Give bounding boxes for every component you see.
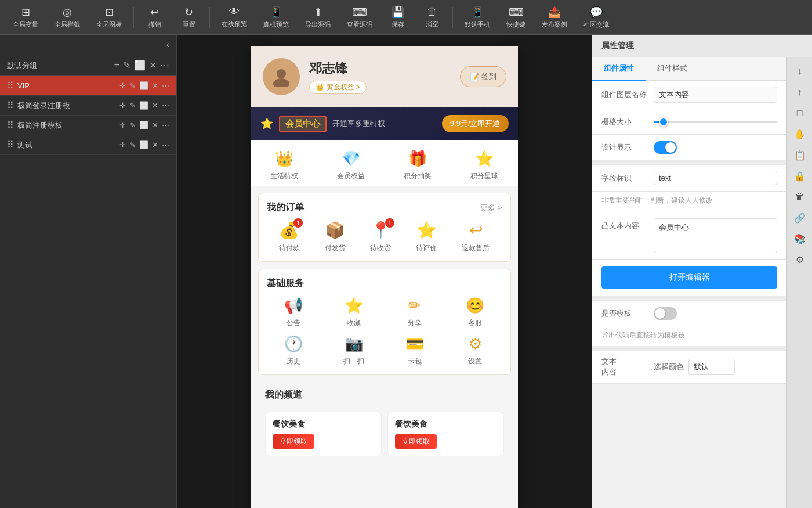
- tool-up[interactable]: ↑: [791, 83, 809, 102]
- toolbar-publish[interactable]: 📤 发布案例: [535, 3, 574, 31]
- text-content-input[interactable]: 会员中心: [654, 218, 777, 253]
- tool-square[interactable]: □: [791, 104, 809, 123]
- tool-copy[interactable]: 📋: [791, 146, 809, 164]
- toolbar-shortcut[interactable]: ⌨ 快捷键: [499, 3, 532, 31]
- channel-card-btn-1[interactable]: 立即领取: [273, 434, 314, 449]
- order-item-refund[interactable]: ↩ 退款售后: [462, 221, 490, 253]
- slider-thumb[interactable]: [659, 117, 668, 127]
- layer-more-2[interactable]: ⋯: [162, 101, 169, 110]
- sign-button[interactable]: 📝 签到: [460, 66, 506, 87]
- layer-edit-3[interactable]: ✎: [129, 121, 136, 129]
- order-item-ship[interactable]: 📦 付发货: [325, 221, 346, 253]
- order-item-receive[interactable]: 📍 1 待收货: [370, 221, 391, 253]
- layer-item-vip[interactable]: ⠿ VIP ✛ ✎ ⬜ ✕ ⋯: [0, 76, 176, 96]
- prop-text-content: 凸文本内容 会员中心: [592, 211, 786, 260]
- toolbar-default-phone[interactable]: 📱 默认手机: [458, 3, 497, 31]
- layer-move-handle-3[interactable]: ✛: [119, 121, 126, 129]
- toolbar-global-var[interactable]: ⊞ 全局变量: [6, 3, 45, 31]
- member-icon-life[interactable]: 👑 生活特权: [270, 150, 298, 181]
- toolbar-global-intercept[interactable]: ◎ 全局拦截: [48, 3, 87, 31]
- layer-delete[interactable]: ✕: [152, 81, 158, 90]
- member-icon-planet[interactable]: ⭐ 积分星球: [470, 150, 498, 181]
- channel-card-2[interactable]: 餐饮美食 立即领取: [387, 412, 504, 456]
- tool-down[interactable]: ↓: [791, 62, 809, 81]
- refund-label: 退款售后: [462, 243, 490, 253]
- prop-field-id: 字段标识 text: [592, 165, 786, 192]
- channel-card-btn-2[interactable]: 立即领取: [395, 434, 437, 449]
- clear-icon: 🗑: [427, 6, 437, 18]
- tool-settings[interactable]: ⚙: [791, 250, 809, 269]
- layer-copy-2[interactable]: ⬜: [139, 101, 148, 110]
- order-more-btn[interactable]: 更多 >: [480, 203, 502, 213]
- layer-delete-2[interactable]: ✕: [152, 101, 158, 110]
- field-id-value[interactable]: text: [654, 171, 777, 185]
- service-collect[interactable]: ⭐ 收藏: [327, 297, 381, 328]
- toolbar-export-source[interactable]: ⬆ 导出源码: [298, 3, 338, 31]
- tool-link[interactable]: 🔗: [791, 208, 809, 227]
- service-scan[interactable]: 📷 扫一扫: [327, 335, 381, 366]
- layer-move-handle-4[interactable]: ✛: [119, 140, 126, 149]
- service-share[interactable]: ✏ 分享: [388, 297, 442, 328]
- layer-more-3[interactable]: ⋯: [162, 121, 169, 129]
- design-display-toggle[interactable]: [654, 141, 677, 154]
- layer-move-handle-2[interactable]: ✛: [119, 101, 126, 110]
- toolbar-global-icon[interactable]: ⊡ 全局图标: [89, 3, 129, 31]
- layer-move-handle[interactable]: ✛: [119, 81, 126, 90]
- layer-edit[interactable]: ✎: [129, 81, 136, 90]
- tab-component-style[interactable]: 组件样式: [646, 57, 699, 81]
- tool-hand[interactable]: ✋: [791, 125, 809, 143]
- group-delete-btn[interactable]: ✕: [149, 60, 157, 71]
- layer-name-simple-reg: 极简注册模板: [17, 120, 119, 131]
- member-icon-benefits[interactable]: 💎 会员权益: [337, 150, 365, 181]
- layer-more[interactable]: ⋯: [162, 81, 169, 90]
- service-customer[interactable]: 😊 客服: [448, 297, 502, 328]
- layer-more-4[interactable]: ⋯: [162, 140, 169, 149]
- open-editor-button[interactable]: 打开编辑器: [601, 266, 777, 289]
- tab-component-props[interactable]: 组件属性: [592, 57, 646, 81]
- panel-collapse-btn[interactable]: ‹: [166, 39, 169, 50]
- toolbar-save[interactable]: 💾 保存: [382, 3, 414, 31]
- center-canvas[interactable]: 邓志锋 👑 黄金权益 > 📝 签到 ⭐ 会员中心: [177, 35, 592, 508]
- toolbar-reset[interactable]: ↻ 重置: [173, 3, 205, 31]
- layer-delete-4[interactable]: ✕: [152, 140, 158, 149]
- group-add-btn[interactable]: +: [114, 60, 119, 71]
- tool-delete[interactable]: 🗑: [791, 188, 809, 206]
- layer-move-icon: ⠿: [7, 80, 14, 91]
- layer-copy[interactable]: ⬜: [139, 81, 148, 90]
- prop-design-display: 设计显示: [592, 135, 786, 160]
- toolbar-real-preview[interactable]: 📱 真机预览: [256, 3, 296, 31]
- group-copy-btn[interactable]: ⬜: [134, 60, 146, 71]
- layer-edit-2[interactable]: ✎: [129, 101, 136, 110]
- toolbar-undo[interactable]: ↩ 撤销: [139, 3, 171, 31]
- group-edit-btn[interactable]: ✎: [123, 60, 130, 71]
- service-wallet[interactable]: 💳 卡包: [388, 335, 442, 366]
- layer-item-simple-reg[interactable]: ⠿ 极简注册模板 ✛ ✎ ⬜ ✕ ⋯: [0, 116, 176, 135]
- is-template-toggle[interactable]: [654, 307, 677, 320]
- prop-grid-size: 栅格大小: [592, 109, 786, 135]
- toolbar-online-preview[interactable]: 👁 在线预览: [215, 3, 254, 31]
- channel-card-1[interactable]: 餐饮美食 立即领取: [265, 412, 382, 456]
- member-icon-lottery[interactable]: 🎁 积分抽奖: [404, 150, 432, 181]
- history-icon: 🕐: [284, 335, 303, 353]
- tool-layers[interactable]: 📚: [791, 229, 809, 248]
- tool-lock[interactable]: 🔒: [791, 167, 809, 185]
- select-color-value[interactable]: 默认: [688, 359, 735, 375]
- layer-copy-3[interactable]: ⬜: [139, 121, 148, 129]
- toolbar-community[interactable]: 💬 社区交流: [577, 3, 616, 31]
- toolbar-view-source[interactable]: ⌨ 查看源码: [340, 3, 379, 31]
- layer-delete-3[interactable]: ✕: [152, 121, 158, 129]
- layer-item-login-reg[interactable]: ⠿ 极简登录注册模 ✛ ✎ ⬜ ✕ ⋯: [0, 96, 176, 116]
- open-member-button[interactable]: 9.9元/立即开通: [442, 115, 509, 132]
- toolbar-clear[interactable]: 🗑 消空: [416, 3, 448, 31]
- layer-item-test[interactable]: ⠿ 测试 ✛ ✎ ⬜ ✕ ⋯: [0, 135, 176, 155]
- service-notice[interactable]: 📢 公告: [267, 297, 321, 328]
- prop-is-template: 是否模板: [592, 301, 786, 326]
- service-settings[interactable]: ⚙ 设置: [448, 335, 502, 366]
- layer-copy-4[interactable]: ⬜: [139, 140, 148, 149]
- layer-edit-4[interactable]: ✎: [129, 140, 136, 149]
- slider-line[interactable]: [654, 121, 777, 123]
- service-history[interactable]: 🕐 历史: [267, 335, 321, 366]
- order-item-review[interactable]: ⭐ 待评价: [416, 221, 437, 253]
- order-item-pay[interactable]: 💰 1 待付款: [279, 221, 300, 253]
- group-more-btn[interactable]: ⋯: [160, 60, 169, 71]
